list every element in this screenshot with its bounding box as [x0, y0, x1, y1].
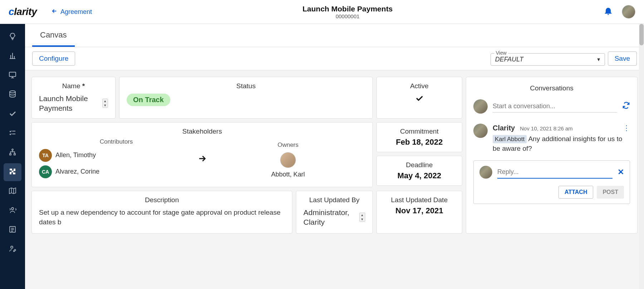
sidebar-item-user-edit[interactable]	[4, 240, 21, 258]
message-author-avatar	[473, 124, 488, 138]
message-more-icon[interactable]: ⋮	[623, 124, 630, 132]
conversations-title: Conversations	[473, 84, 630, 92]
card-updated-date: Last Updated Date Nov 17, 2021	[376, 191, 462, 234]
contributor-name: Allen, Timothy	[55, 151, 96, 159]
card-name: Name * Launch Mobile Payments ▲ ▼	[31, 77, 116, 119]
owners-label: Owners	[211, 141, 365, 149]
stepper-down-icon[interactable]: ▼	[103, 103, 108, 108]
updateddate-value[interactable]: Nov 17, 2021	[384, 206, 455, 215]
header-bar: clarity Agreement Launch Mobile Payments…	[0, 0, 644, 24]
sidebar-item-map[interactable]	[4, 183, 21, 200]
deadline-value[interactable]: May 4, 2022	[384, 171, 455, 180]
name-label: Name *	[39, 82, 108, 90]
sidebar-item-plan[interactable]	[4, 163, 21, 181]
tabs-bar: Canvas	[25, 24, 644, 47]
conversation-message: Clarity Nov 10, 2021 8:26 am ⋮ Karl Abbo…	[473, 124, 630, 153]
action-bar: Configure View DEFAULT ▼ Save	[25, 47, 644, 70]
conversations-panel: Conversations Clarity Nov	[466, 77, 638, 234]
sidebar-item-analytics[interactable]	[4, 48, 21, 65]
contributors-column: Contributors TA Allen, Timothy CA Alvare…	[39, 138, 194, 182]
commitment-value[interactable]: Feb 18, 2022	[384, 138, 455, 147]
canvas-scroll-area[interactable]: Name * Launch Mobile Payments ▲ ▼	[25, 70, 644, 289]
main-content: Canvas Configure View DEFAULT ▼ Save Nam…	[25, 24, 644, 289]
checklist-icon	[8, 129, 17, 139]
view-value: DEFAULT	[495, 56, 523, 63]
grid-layout: Name * Launch Mobile Payments ▲ ▼	[31, 77, 638, 234]
close-icon[interactable]: ✕	[618, 168, 624, 177]
refresh-icon[interactable]	[622, 101, 630, 111]
mention-badge[interactable]: Karl Abbott	[493, 135, 527, 143]
sidebar-item-hierarchy[interactable]	[4, 144, 21, 162]
page-title-wrap: Launch Mobile Payments 00000001	[92, 5, 603, 19]
updatedby-label: Last Updated By	[303, 196, 365, 204]
svg-rect-4	[14, 154, 15, 155]
owners-column: Owners Abbott, Karl	[211, 141, 365, 178]
card-deadline: Deadline May 4, 2022	[376, 156, 462, 186]
reply-avatar	[479, 166, 492, 179]
updatedby-stepper[interactable]: ▲ ▼	[359, 213, 365, 222]
card-active: Active	[376, 77, 462, 119]
message-author: Clarity	[493, 124, 515, 132]
name-input[interactable]: Launch Mobile Payments	[39, 94, 100, 113]
chevron-down-icon: ▼	[596, 56, 601, 62]
card-dates-column: Commitment Feb 18, 2022 Deadline May 4, …	[376, 122, 462, 187]
notifications-icon[interactable]	[603, 6, 613, 18]
status-badge[interactable]: On Track	[127, 94, 170, 106]
active-check-icon[interactable]	[384, 94, 455, 105]
sidebar-item-ideas[interactable]	[4, 28, 21, 46]
app-logo: clarity	[9, 6, 37, 18]
contributor-row[interactable]: CA Alvarez, Corine	[39, 165, 194, 178]
card-stakeholders: Stakeholders Contributors TA Allen, Timo…	[31, 122, 373, 187]
sidebar-item-form[interactable]	[4, 221, 21, 239]
arrow-left-icon	[51, 8, 58, 16]
form-icon	[8, 225, 17, 235]
svg-point-2	[12, 149, 13, 150]
sidebar-item-database[interactable]	[4, 86, 21, 104]
start-conversation-row	[473, 99, 630, 114]
description-value[interactable]: Set up a new dependency to account for s…	[39, 208, 285, 227]
scrollbar-thumb[interactable]	[639, 24, 644, 45]
stepper-up-icon[interactable]: ▲	[103, 99, 108, 103]
database-icon	[8, 90, 17, 100]
svg-rect-3	[10, 154, 11, 155]
updatedby-value[interactable]: Administrator, Clarity	[303, 208, 357, 227]
tab-canvas[interactable]: Canvas	[32, 24, 75, 47]
reply-box: ✕ ATTACH POST	[473, 160, 630, 204]
stepper-up-icon[interactable]: ▲	[360, 213, 365, 217]
description-label: Description	[39, 196, 285, 204]
view-selector[interactable]: View DEFAULT ▼	[491, 53, 605, 66]
scrollbar-track[interactable]	[639, 24, 644, 289]
start-conversation-input[interactable]	[493, 100, 617, 113]
message-text: Karl Abbott Any additional insights for …	[493, 134, 630, 153]
page-subtitle: 00000001	[92, 13, 603, 19]
bar-chart-icon	[8, 51, 17, 61]
owner-name: Abbott, Karl	[211, 171, 365, 178]
card-description: Description Set up a new dependency to a…	[31, 191, 292, 234]
contributor-row[interactable]: TA Allen, Timothy	[39, 149, 194, 162]
back-to-agreement-link[interactable]: Agreement	[51, 8, 92, 16]
sitemap-icon	[8, 148, 17, 158]
owner-avatar[interactable]	[280, 152, 296, 168]
reply-input[interactable]	[497, 166, 613, 179]
configure-button[interactable]: Configure	[32, 51, 75, 66]
monitor-icon	[8, 71, 17, 81]
sidebar-item-check[interactable]	[4, 105, 21, 123]
sidebar-item-tasks[interactable]	[4, 125, 21, 143]
user-avatar[interactable]	[622, 5, 635, 19]
contributors-label: Contributors	[39, 138, 194, 145]
initials-avatar: TA	[39, 149, 52, 162]
save-button[interactable]: Save	[608, 51, 637, 66]
view-label: View	[494, 50, 508, 56]
name-stepper[interactable]: ▲ ▼	[102, 99, 108, 108]
post-button[interactable]: POST	[597, 186, 624, 199]
stepper-down-icon[interactable]: ▼	[360, 217, 365, 221]
card-status: Status On Track	[119, 77, 373, 119]
page-title: Launch Mobile Payments	[92, 5, 603, 13]
sidebar-item-monitor[interactable]	[4, 67, 21, 85]
layout: Canvas Configure View DEFAULT ▼ Save Nam…	[0, 24, 644, 289]
sidebar-item-people[interactable]	[4, 202, 21, 220]
back-link-label: Agreement	[60, 8, 92, 16]
puzzle-icon	[8, 167, 17, 177]
attach-button[interactable]: ATTACH	[558, 186, 593, 199]
current-user-avatar	[473, 99, 488, 114]
